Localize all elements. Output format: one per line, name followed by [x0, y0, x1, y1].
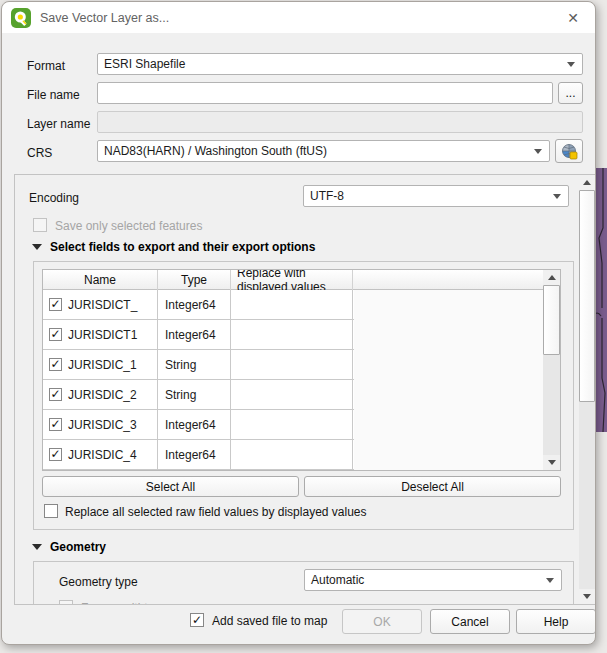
field-name-cell: JURISDICT1 — [43, 320, 158, 349]
field-row: JURISDIC_2String — [43, 380, 354, 410]
field-checkbox[interactable] — [49, 358, 62, 371]
fields-table-header: Name Type Replace with displayed values — [43, 270, 560, 290]
field-type-cell: Integer64 — [158, 320, 231, 349]
layer-name-label: Layer name — [27, 117, 90, 131]
fields-table: Name Type Replace with displayed values … — [42, 269, 561, 471]
field-name-cell: JURISDIC_2 — [43, 380, 158, 409]
field-type-cell: Integer64 — [158, 410, 231, 439]
collapse-triangle-icon — [32, 244, 42, 250]
scroll-down-arrow-icon[interactable] — [543, 455, 560, 470]
deselect-all-button[interactable]: Deselect All — [304, 476, 561, 497]
fields-section-title: Select fields to export and their export… — [50, 240, 315, 254]
table-scrollbar[interactable] — [543, 270, 560, 470]
field-checkbox[interactable] — [49, 388, 62, 401]
collapse-triangle-icon — [32, 544, 42, 550]
add-saved-file-checkbox[interactable] — [190, 613, 204, 627]
field-checkbox[interactable] — [49, 448, 62, 461]
crs-value: NAD83(HARN) / Washington South (ftUS) — [104, 144, 327, 158]
encoding-label: Encoding — [29, 191, 79, 205]
geometry-section-header[interactable]: Geometry — [32, 540, 106, 554]
field-checkbox[interactable] — [49, 298, 62, 311]
encoding-value: UTF-8 — [310, 189, 344, 203]
scroll-up-arrow-icon[interactable] — [543, 270, 560, 285]
field-type-cell: String — [158, 350, 231, 379]
layer-name-input — [97, 111, 583, 133]
crs-combobox[interactable]: NAD83(HARN) / Washington South (ftUS) — [97, 140, 550, 162]
dropdown-arrow-icon — [567, 62, 575, 67]
fields-section-header[interactable]: Select fields to export and their export… — [32, 240, 315, 254]
crs-label: CRS — [27, 146, 52, 160]
close-icon[interactable]: ✕ — [560, 7, 586, 29]
geometry-type-value: Automatic — [311, 573, 364, 587]
format-value: ESRI Shapefile — [104, 57, 185, 71]
replace-all-checkbox[interactable] — [44, 504, 58, 518]
field-name-cell: JURISDIC_4 — [43, 440, 158, 469]
field-replace-value-cell[interactable] — [231, 410, 353, 439]
select-crs-button[interactable] — [555, 139, 583, 163]
field-row: JURISDIC_3Integer64 — [43, 410, 354, 440]
globe-crs-icon — [561, 143, 578, 160]
options-scrollbar[interactable] — [579, 175, 595, 604]
title-bar: Save Vector Layer as... ✕ — [2, 2, 595, 33]
column-header-replace[interactable]: Replace with displayed values — [231, 270, 353, 290]
scroll-up-arrow-icon[interactable] — [579, 175, 595, 190]
dropdown-arrow-icon — [534, 149, 542, 154]
save-only-selected-checkbox — [33, 218, 47, 232]
geometry-type-combobox[interactable]: Automatic — [304, 569, 562, 591]
geometry-type-label: Geometry type — [59, 575, 138, 589]
field-type-cell: Integer64 — [158, 440, 231, 469]
field-replace-value-cell[interactable] — [231, 290, 353, 319]
format-combobox[interactable]: ESRI Shapefile — [97, 53, 583, 75]
format-label: Format — [27, 59, 65, 73]
field-name: JURISDIC_1 — [68, 358, 137, 372]
field-checkbox[interactable] — [49, 418, 62, 431]
file-name-label: File name — [27, 88, 80, 102]
scroll-down-arrow-icon[interactable] — [579, 589, 595, 604]
field-replace-value-cell[interactable] — [231, 320, 353, 349]
field-name: JURISDIC_3 — [68, 418, 137, 432]
ok-button: OK — [342, 609, 422, 634]
geometry-section-title: Geometry — [50, 540, 106, 554]
field-name: JURISDICT_ — [68, 298, 137, 312]
field-name-cell: JURISDIC_3 — [43, 410, 158, 439]
browse-button[interactable]: ... — [558, 82, 583, 104]
cancel-button[interactable]: Cancel — [430, 609, 510, 634]
field-row: JURISDICT1Integer64 — [43, 320, 354, 350]
field-row: JURISDIC_4Integer64 — [43, 440, 354, 470]
field-name-cell: JURISDIC_1 — [43, 350, 158, 379]
column-header-type[interactable]: Type — [158, 270, 231, 290]
select-all-button[interactable]: Select All — [42, 476, 299, 497]
force-multi-type-label: Force multi-type — [81, 601, 167, 605]
field-replace-value-cell[interactable] — [231, 380, 353, 409]
encoding-combobox[interactable]: UTF-8 — [303, 185, 569, 207]
field-replace-value-cell[interactable] — [231, 440, 353, 469]
field-name: JURISDIC_2 — [68, 388, 137, 402]
field-name: JURISDICT1 — [68, 328, 137, 342]
column-header-name[interactable]: Name — [43, 270, 158, 290]
field-row: JURISDICT_Integer64 — [43, 290, 354, 320]
field-replace-value-cell[interactable] — [231, 350, 353, 379]
fields-table-rows: JURISDICT_Integer64JURISDICT1Integer64JU… — [43, 290, 543, 470]
file-name-input[interactable] — [97, 82, 553, 104]
force-multi-type-checkbox — [59, 600, 73, 605]
table-scrollbar-thumb[interactable] — [543, 285, 560, 355]
options-scrollbar-thumb[interactable] — [579, 190, 595, 402]
field-name: JURISDIC_4 — [68, 448, 137, 462]
field-type-cell: Integer64 — [158, 290, 231, 319]
field-type-cell: String — [158, 380, 231, 409]
options-scroll-area: Encoding UTF-8 Save only selected featur… — [14, 174, 596, 605]
field-checkbox[interactable] — [49, 328, 62, 341]
save-vector-layer-dialog: Save Vector Layer as... ✕ Format ESRI Sh… — [1, 1, 596, 645]
save-only-selected-label: Save only selected features — [55, 219, 202, 233]
geometry-panel: Geometry type Automatic Force multi-type — [33, 561, 574, 605]
field-name-cell: JURISDICT_ — [43, 290, 158, 319]
fields-panel: Name Type Replace with displayed values … — [33, 261, 574, 530]
dialog-title: Save Vector Layer as... — [40, 11, 169, 25]
field-row: JURISDIC_1String — [43, 350, 354, 380]
dropdown-arrow-icon — [546, 578, 554, 583]
dropdown-arrow-icon — [553, 194, 561, 199]
help-button[interactable]: Help — [516, 609, 596, 634]
qgis-logo-icon — [11, 8, 31, 28]
add-saved-file-label: Add saved file to map — [212, 614, 327, 628]
replace-all-label: Replace all selected raw field values by… — [65, 505, 367, 519]
